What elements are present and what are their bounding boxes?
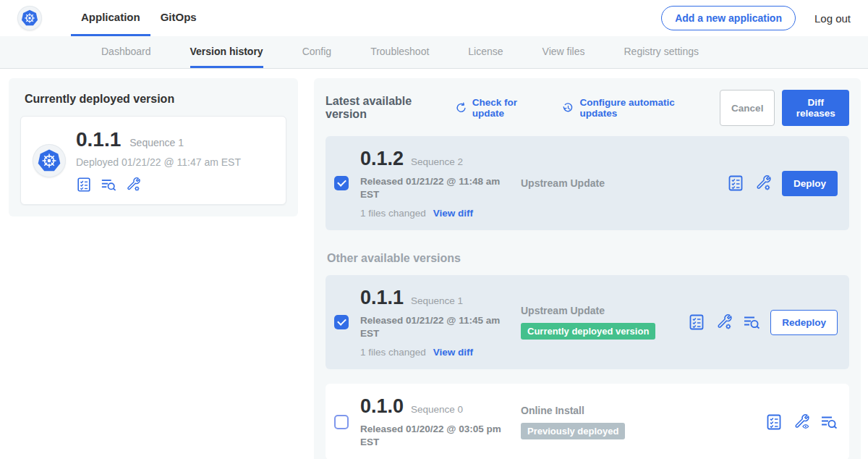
version-row-0-1-0: 0.1.0 Sequence 0 Released 01/20/22 @ 03:… [326, 384, 849, 459]
version-row-0-1-2: 0.1.2 Sequence 2 Released 01/21/22 @ 11:… [326, 136, 849, 230]
view-logs-icon[interactable] [820, 413, 838, 431]
clock-refresh-icon [562, 101, 574, 115]
main-content: Currently deployed version 0.1.1 Sequenc… [0, 69, 868, 459]
version-info: 0.1.0 Sequence 0 Released 01/20/22 @ 03:… [360, 395, 514, 448]
nav-right: Add a new application Log out [661, 0, 851, 36]
deployed-actions [76, 177, 241, 193]
subnav-item-config[interactable]: Config [302, 36, 331, 68]
redeploy-button[interactable]: Redeploy [770, 310, 838, 335]
preflight-checklist-icon[interactable] [688, 313, 705, 331]
refresh-icon [455, 101, 467, 115]
source-label: Online Install [521, 405, 765, 416]
kubernetes-logo [17, 6, 42, 30]
currently-deployed-title: Currently deployed version [25, 93, 282, 106]
subnav-item-version-history[interactable]: Version history [190, 36, 263, 68]
version-info: 0.1.2 Sequence 2 Released 01/21/22 @ 11:… [360, 148, 514, 219]
subnav-item-dashboard[interactable]: Dashboard [101, 36, 151, 68]
check-for-update-link[interactable]: Check for update [455, 97, 544, 119]
files-changed: 1 files changed [360, 208, 426, 219]
deployed-version-card: 0.1.1 Sequence 1 Deployed 01/21/22 @ 11:… [20, 116, 286, 205]
configure-automatic-updates-link[interactable]: Configure automatic updates [562, 97, 701, 119]
currently-deployed-badge: Currently deployed version [521, 323, 655, 340]
view-diff-link[interactable]: View diff [433, 347, 473, 358]
version-source: Upstream Update [514, 177, 727, 189]
version-released: Released 01/20/22 @ 03:05 pm EST [360, 423, 502, 448]
available-versions-header: Latest available version Check for updat… [326, 90, 849, 126]
deployed-version-body: 0.1.1 Sequence 1 Deployed 01/21/22 @ 11:… [76, 128, 241, 193]
view-diff-link[interactable]: View diff [433, 208, 473, 219]
other-available-versions-title: Other available versions [327, 252, 849, 265]
version-number: 0.1.1 [360, 287, 404, 309]
version-actions [765, 413, 838, 431]
app-icon-badge [33, 144, 66, 177]
top-nav: Application GitOps Add a new application… [0, 0, 868, 36]
previously-deployed-badge: Previously deployed [521, 423, 625, 439]
tab-application-label: Application [81, 11, 140, 23]
source-label: Upstream Update [521, 177, 727, 189]
subnav-item-registry-settings[interactable]: Registry settings [624, 36, 698, 68]
version-select-checkbox[interactable] [334, 415, 349, 429]
version-sequence: Sequence 0 [411, 404, 463, 415]
app-sub-nav: Dashboard Version history Config Trouble… [0, 36, 868, 69]
version-actions: Deploy [727, 171, 838, 196]
subnav-item-license[interactable]: License [468, 36, 503, 68]
cancel-button[interactable]: Cancel [720, 90, 775, 126]
subnav-item-troubleshoot[interactable]: Troubleshoot [370, 36, 429, 68]
kubernetes-icon [20, 9, 39, 28]
version-select-checkbox[interactable] [334, 176, 349, 190]
edit-config-icon[interactable] [715, 313, 733, 331]
preflight-checklist-icon[interactable] [727, 174, 744, 192]
tab-gitops[interactable]: GitOps [150, 0, 207, 36]
version-released: Released 01/21/22 @ 11:48 am EST [360, 175, 502, 201]
version-source: Online Install Previously deployed [514, 405, 765, 439]
version-source: Upstream Update Currently deployed versi… [514, 305, 688, 340]
version-sequence: Sequence 2 [411, 156, 463, 167]
configure-automatic-updates-label: Configure automatic updates [579, 97, 701, 119]
available-versions-panel: Latest available version Check for updat… [314, 78, 861, 459]
source-label: Upstream Update [521, 305, 688, 316]
diff-releases-button[interactable]: Diff releases [782, 90, 849, 126]
version-number: 0.1.0 [360, 395, 404, 418]
version-row-0-1-1: 0.1.1 Sequence 1 Released 01/21/22 @ 11:… [326, 275, 849, 369]
version-released: Released 01/21/22 @ 11:45 am EST [360, 314, 502, 340]
latest-available-title: Latest available version [326, 95, 443, 121]
diff-actions: Cancel Diff releases [720, 90, 849, 126]
edit-config-icon[interactable] [125, 177, 141, 193]
currently-deployed-panel: Currently deployed version 0.1.1 Sequenc… [9, 78, 298, 216]
view-logs-icon[interactable] [101, 177, 116, 193]
version-actions: Redeploy [688, 310, 838, 335]
files-changed: 1 files changed [360, 347, 426, 358]
version-sequence: Sequence 1 [411, 295, 463, 306]
preflight-checklist-icon[interactable] [765, 413, 783, 431]
preflight-checklist-icon[interactable] [76, 177, 92, 193]
deployed-timestamp: Deployed 01/21/22 @ 11:47 am EST [76, 156, 241, 168]
primary-tabs: Application GitOps [71, 0, 207, 36]
tab-gitops-label: GitOps [161, 11, 197, 23]
deployed-version-number: 0.1.1 [76, 128, 121, 151]
view-config-icon[interactable] [793, 413, 810, 431]
check-for-update-label: Check for update [472, 97, 544, 119]
version-number: 0.1.2 [360, 148, 404, 170]
version-select-checkbox[interactable] [334, 315, 349, 329]
subnav-item-view-files[interactable]: View files [542, 36, 585, 68]
add-application-button[interactable]: Add a new application [661, 6, 796, 30]
logout-link[interactable]: Log out [814, 12, 851, 25]
deploy-button[interactable]: Deploy [782, 171, 838, 196]
tab-application[interactable]: Application [71, 0, 150, 36]
view-logs-icon[interactable] [743, 313, 760, 331]
deployed-sequence: Sequence 1 [129, 137, 184, 148]
version-info: 0.1.1 Sequence 1 Released 01/21/22 @ 11:… [360, 287, 514, 358]
kubernetes-icon [36, 148, 62, 174]
edit-config-icon[interactable] [754, 174, 772, 192]
